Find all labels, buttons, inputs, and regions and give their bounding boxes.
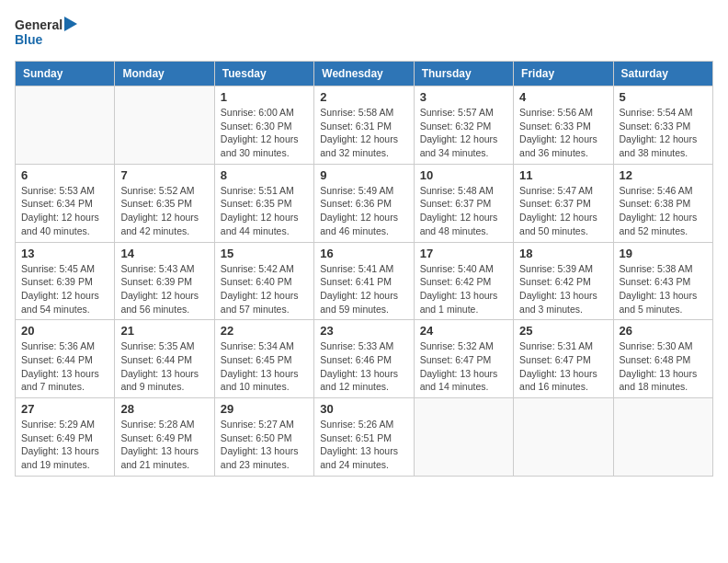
calendar-cell: 8Sunrise: 5:51 AM Sunset: 6:35 PM Daylig… <box>214 164 313 242</box>
day-info: Sunrise: 5:43 AM Sunset: 6:39 PM Dayligh… <box>120 262 208 316</box>
day-number: 22 <box>221 324 308 338</box>
day-number: 29 <box>221 402 308 416</box>
calendar-cell <box>16 86 115 165</box>
calendar-cell: 2Sunrise: 5:58 AM Sunset: 6:31 PM Daylig… <box>314 86 414 165</box>
day-number: 14 <box>120 247 208 260</box>
day-info: Sunrise: 5:52 AM Sunset: 6:35 PM Dayligh… <box>120 184 208 238</box>
calendar-cell <box>414 398 513 477</box>
calendar-cell: 9Sunrise: 5:49 AM Sunset: 6:36 PM Daylig… <box>314 164 414 242</box>
day-info: Sunrise: 5:49 AM Sunset: 6:36 PM Dayligh… <box>320 184 407 238</box>
calendar-week-row: 6Sunrise: 5:53 AM Sunset: 6:34 PM Daylig… <box>16 164 713 242</box>
calendar-cell: 16Sunrise: 5:41 AM Sunset: 6:41 PM Dayli… <box>314 242 414 320</box>
calendar-cell <box>514 398 613 477</box>
day-info: Sunrise: 5:56 AM Sunset: 6:33 PM Dayligh… <box>519 106 607 160</box>
calendar-week-row: 13Sunrise: 5:45 AM Sunset: 6:39 PM Dayli… <box>16 242 713 320</box>
calendar-cell: 28Sunrise: 5:28 AM Sunset: 6:49 PM Dayli… <box>115 398 214 477</box>
day-info: Sunrise: 5:33 AM Sunset: 6:46 PM Dayligh… <box>320 339 407 394</box>
svg-text:Blue: Blue <box>15 32 43 47</box>
day-header-wednesday: Wednesday <box>314 62 414 86</box>
day-number: 21 <box>120 324 208 338</box>
day-number: 2 <box>320 90 407 104</box>
day-header-friday: Friday <box>514 62 613 86</box>
day-number: 30 <box>320 402 407 416</box>
day-number: 11 <box>519 168 607 182</box>
day-number: 17 <box>420 247 507 260</box>
day-info: Sunrise: 5:48 AM Sunset: 6:37 PM Dayligh… <box>420 184 507 238</box>
day-info: Sunrise: 5:36 AM Sunset: 6:44 PM Dayligh… <box>21 339 108 394</box>
calendar-cell: 6Sunrise: 5:53 AM Sunset: 6:34 PM Daylig… <box>16 164 115 242</box>
page-header: GeneralBlue <box>15 15 713 50</box>
calendar-cell: 22Sunrise: 5:34 AM Sunset: 6:45 PM Dayli… <box>214 320 313 398</box>
calendar-cell: 25Sunrise: 5:31 AM Sunset: 6:47 PM Dayli… <box>514 320 613 398</box>
day-info: Sunrise: 5:26 AM Sunset: 6:51 PM Dayligh… <box>320 418 407 472</box>
calendar-cell <box>613 398 712 477</box>
day-info: Sunrise: 5:47 AM Sunset: 6:37 PM Dayligh… <box>519 184 607 238</box>
calendar-cell: 10Sunrise: 5:48 AM Sunset: 6:37 PM Dayli… <box>414 164 513 242</box>
calendar-cell: 29Sunrise: 5:27 AM Sunset: 6:50 PM Dayli… <box>214 398 313 477</box>
day-info: Sunrise: 5:28 AM Sunset: 6:49 PM Dayligh… <box>120 418 208 472</box>
day-number: 3 <box>420 90 507 104</box>
calendar-cell: 24Sunrise: 5:32 AM Sunset: 6:47 PM Dayli… <box>414 320 513 398</box>
calendar-cell: 27Sunrise: 5:29 AM Sunset: 6:49 PM Dayli… <box>16 398 115 477</box>
day-info: Sunrise: 5:27 AM Sunset: 6:50 PM Dayligh… <box>221 418 308 472</box>
calendar-cell: 26Sunrise: 5:30 AM Sunset: 6:48 PM Dayli… <box>613 320 712 398</box>
day-info: Sunrise: 5:35 AM Sunset: 6:44 PM Dayligh… <box>120 339 208 394</box>
calendar-cell: 12Sunrise: 5:46 AM Sunset: 6:38 PM Dayli… <box>613 164 712 242</box>
day-info: Sunrise: 5:32 AM Sunset: 6:47 PM Dayligh… <box>420 339 507 394</box>
calendar-cell: 19Sunrise: 5:38 AM Sunset: 6:43 PM Dayli… <box>613 242 712 320</box>
day-header-thursday: Thursday <box>414 62 513 86</box>
day-header-monday: Monday <box>115 62 214 86</box>
day-number: 5 <box>620 90 707 104</box>
day-number: 4 <box>519 90 607 104</box>
day-number: 25 <box>519 324 607 338</box>
day-info: Sunrise: 5:34 AM Sunset: 6:45 PM Dayligh… <box>221 339 308 394</box>
calendar-cell: 23Sunrise: 5:33 AM Sunset: 6:46 PM Dayli… <box>314 320 414 398</box>
calendar-week-row: 1Sunrise: 6:00 AM Sunset: 6:30 PM Daylig… <box>16 86 713 165</box>
day-number: 1 <box>221 90 308 104</box>
day-number: 20 <box>21 324 108 338</box>
day-info: Sunrise: 5:46 AM Sunset: 6:38 PM Dayligh… <box>620 184 707 238</box>
calendar-week-row: 20Sunrise: 5:36 AM Sunset: 6:44 PM Dayli… <box>16 320 713 398</box>
logo: GeneralBlue <box>15 15 79 50</box>
svg-text:General: General <box>15 17 63 32</box>
calendar-cell: 1Sunrise: 6:00 AM Sunset: 6:30 PM Daylig… <box>214 86 313 165</box>
day-info: Sunrise: 5:31 AM Sunset: 6:47 PM Dayligh… <box>519 339 607 394</box>
calendar-cell: 21Sunrise: 5:35 AM Sunset: 6:44 PM Dayli… <box>115 320 214 398</box>
day-number: 15 <box>221 247 308 260</box>
calendar-cell: 14Sunrise: 5:43 AM Sunset: 6:39 PM Dayli… <box>115 242 214 320</box>
day-number: 24 <box>420 324 507 338</box>
day-info: Sunrise: 5:40 AM Sunset: 6:42 PM Dayligh… <box>420 262 507 316</box>
calendar-cell: 13Sunrise: 5:45 AM Sunset: 6:39 PM Dayli… <box>16 242 115 320</box>
day-number: 16 <box>320 247 407 260</box>
day-info: Sunrise: 6:00 AM Sunset: 6:30 PM Dayligh… <box>221 106 308 160</box>
day-header-sunday: Sunday <box>16 62 115 86</box>
day-number: 13 <box>21 247 108 260</box>
day-number: 6 <box>21 168 108 182</box>
day-info: Sunrise: 5:45 AM Sunset: 6:39 PM Dayligh… <box>21 262 108 316</box>
day-number: 7 <box>120 168 208 182</box>
calendar-cell: 11Sunrise: 5:47 AM Sunset: 6:37 PM Dayli… <box>514 164 613 242</box>
day-info: Sunrise: 5:42 AM Sunset: 6:40 PM Dayligh… <box>221 262 308 316</box>
calendar-table: SundayMondayTuesdayWednesdayThursdayFrid… <box>15 61 713 477</box>
day-info: Sunrise: 5:58 AM Sunset: 6:31 PM Dayligh… <box>320 106 407 160</box>
calendar-cell: 7Sunrise: 5:52 AM Sunset: 6:35 PM Daylig… <box>115 164 214 242</box>
calendar-cell: 20Sunrise: 5:36 AM Sunset: 6:44 PM Dayli… <box>16 320 115 398</box>
day-info: Sunrise: 5:30 AM Sunset: 6:48 PM Dayligh… <box>620 339 707 394</box>
day-info: Sunrise: 5:54 AM Sunset: 6:33 PM Dayligh… <box>620 106 707 160</box>
day-header-saturday: Saturday <box>613 62 712 86</box>
day-number: 10 <box>420 168 507 182</box>
day-info: Sunrise: 5:29 AM Sunset: 6:49 PM Dayligh… <box>21 418 108 472</box>
calendar-cell: 15Sunrise: 5:42 AM Sunset: 6:40 PM Dayli… <box>214 242 313 320</box>
day-number: 19 <box>620 247 707 260</box>
day-number: 28 <box>120 402 208 416</box>
day-info: Sunrise: 5:57 AM Sunset: 6:32 PM Dayligh… <box>420 106 507 160</box>
day-info: Sunrise: 5:38 AM Sunset: 6:43 PM Dayligh… <box>620 262 707 316</box>
day-info: Sunrise: 5:53 AM Sunset: 6:34 PM Dayligh… <box>21 184 108 238</box>
day-number: 18 <box>519 247 607 260</box>
svg-marker-2 <box>64 17 77 31</box>
day-info: Sunrise: 5:39 AM Sunset: 6:42 PM Dayligh… <box>519 262 607 316</box>
calendar-cell: 30Sunrise: 5:26 AM Sunset: 6:51 PM Dayli… <box>314 398 414 477</box>
day-header-tuesday: Tuesday <box>214 62 313 86</box>
calendar-week-row: 27Sunrise: 5:29 AM Sunset: 6:49 PM Dayli… <box>16 398 713 477</box>
calendar-cell: 3Sunrise: 5:57 AM Sunset: 6:32 PM Daylig… <box>414 86 513 165</box>
